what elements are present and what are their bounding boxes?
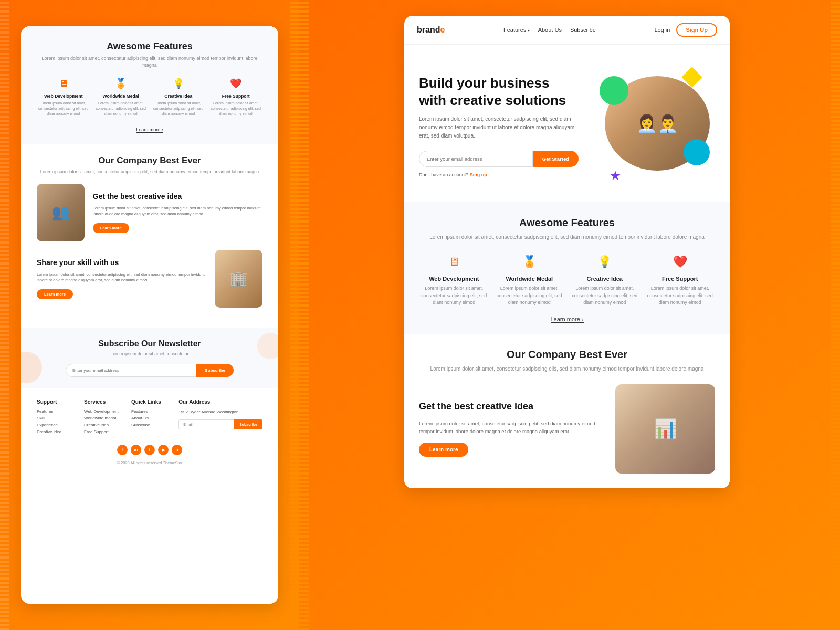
rc-idea-desc: Lorem ipsum dolor sit amet, consectetur … — [570, 285, 640, 307]
web-dev-icon: 🖥 — [55, 77, 72, 90]
footer-email-row: Subscribe — [178, 419, 262, 429]
youtube-icon[interactable]: ▶ — [158, 445, 169, 455]
nav-subscribe[interactable]: Subscribe — [570, 27, 596, 33]
footer-link-experience[interactable]: Experience — [37, 423, 79, 427]
hero-desc: Lorem ipsum dolor sit amet, consectetur … — [419, 115, 579, 140]
hero-email-input[interactable] — [419, 151, 533, 167]
footer-link-skill[interactable]: Skill — [37, 416, 79, 421]
left-card: Awesome Features Lorem ipsum dolor sit a… — [21, 26, 278, 604]
nav-features[interactable]: Features — [503, 27, 530, 33]
right-block1-text: Get the best creative idea Lorem ipsum d… — [419, 401, 605, 457]
login-button[interactable]: Log in — [654, 27, 670, 33]
feature-desc-medal: Lorem ipsum dolor sit amet, consectetur … — [94, 101, 148, 116]
rc-support-icon: ❤️ — [669, 253, 690, 271]
left-subscribe-title: Subscribe Our Newsletter — [37, 339, 262, 349]
footer-ql-about[interactable]: About Us — [131, 416, 173, 421]
left-block2-desc: Lorem ipsum dolor sit amet, consectetur … — [37, 271, 206, 284]
brand-logo: brande — [417, 25, 445, 35]
hero-title: Build your business with creative soluti… — [419, 75, 579, 109]
right-feature-grid: 🖥 Web Development Lorem ipsum dolor sit … — [419, 253, 715, 307]
feature-name-support: Free Support — [209, 93, 263, 99]
rc-webdev-name: Web Development — [419, 276, 489, 282]
footer-ql-features[interactable]: Features — [131, 409, 173, 414]
hero-section: Build your business with creative soluti… — [404, 45, 730, 202]
right-features-section: Awesome Features Lorem ipsum dolor sit a… — [404, 202, 730, 334]
footer-address-text: 1992 Ryder Avenue Washington — [178, 409, 262, 415]
left-right-stripes — [290, 0, 299, 630]
left-block2-title: Share your skill with us — [37, 258, 206, 267]
left-block1-desc: Lorem ipsum dolor sit amet, consectetur … — [93, 205, 262, 217]
left-footer: Support Features Skill Experience Creati… — [21, 388, 278, 472]
footer-subscribe-btn[interactable]: Subscribe — [234, 419, 262, 429]
footer-col-services: Services Web Development Worldwide medal… — [84, 399, 126, 436]
rc-feature-idea: 💡 Creative Idea Lorem ipsum dolor sit am… — [570, 253, 640, 307]
left-feature-grid: 🖥 Web Development Lorem ipsum dolor sit … — [37, 77, 262, 116]
left-company-section: Our Company Best Ever Lorem ipsum dolor … — [21, 144, 278, 328]
footer-support-heading: Support — [37, 399, 79, 405]
medal-icon: 🏅 — [112, 77, 129, 90]
footer-email-input[interactable] — [178, 419, 234, 429]
left-subscribe-form: Subscribe — [66, 364, 234, 377]
right-right-stripes — [831, 0, 840, 630]
left-subscribe-section: Subscribe Our Newsletter Lorem ipsum dol… — [21, 328, 278, 388]
right-features-subtitle: Lorem ipsum dolor sit amet, consectetur … — [419, 233, 715, 241]
hero-form: Get Started — [419, 151, 579, 167]
rc-feature-medal: 🏅 Worldwide Medal Lorem ipsum dolor sit … — [495, 253, 565, 307]
left-company-title: Our Company Best Ever — [37, 155, 262, 166]
footer-link-webdev[interactable]: Web Development — [84, 409, 126, 414]
blob-decoration-left — [21, 352, 42, 383]
facebook-icon[interactable]: f — [117, 445, 128, 455]
footer-ql-subscribe[interactable]: Subscribe — [131, 423, 173, 427]
left-subscribe-btn[interactable]: Subscribe — [196, 364, 234, 377]
right-learn-more-link[interactable]: Learn more — [551, 316, 584, 323]
hero-get-started-btn[interactable]: Get Started — [533, 151, 579, 167]
footer-link-support[interactable]: Free Support — [84, 429, 126, 434]
left-block1-title: Get the best creative idea — [93, 192, 262, 201]
feature-item-support: ❤️ Free Support Lorem ipsum dolor sit am… — [209, 77, 263, 116]
footer-link-medal[interactable]: Worldwide medal — [84, 416, 126, 421]
purple-star-shape — [610, 171, 621, 181]
left-subscribe-subtitle: Lorem ipsum dolor sit amet consectetur — [37, 351, 262, 356]
left-block2-btn[interactable]: Learn more — [37, 289, 73, 299]
footer-col-quicklinks: Quick Links Features About Us Subscribe — [131, 399, 173, 436]
footer-col-address: Our Address 1992 Ryder Avenue Washington… — [178, 399, 262, 436]
right-block1-btn[interactable]: Learn more — [419, 443, 468, 457]
rc-webdev-icon: 🖥 — [444, 253, 465, 271]
left-email-input[interactable] — [66, 364, 196, 377]
feature-desc-support: Lorem ipsum dolor sit amet, consectetur … — [209, 101, 263, 116]
footer-quicklinks-heading: Quick Links — [131, 399, 173, 405]
footer-address-heading: Our Address — [178, 399, 262, 405]
green-blob-shape — [600, 76, 628, 105]
left-content-block-1: Get the best creative idea Lorem ipsum d… — [37, 184, 262, 242]
hero-signup-prompt: Don't have an account? Sing up — [419, 172, 579, 177]
signup-button[interactable]: Sign Up — [676, 23, 717, 37]
pinterest-icon[interactable]: p — [172, 445, 182, 455]
footer-link-creative-idea[interactable]: Creative idea — [84, 423, 126, 427]
hero-signup-link[interactable]: Sing up — [470, 172, 487, 177]
navbar-actions: Log in Sign Up — [654, 23, 717, 37]
office-image — [215, 250, 262, 308]
footer-columns: Support Features Skill Experience Creati… — [37, 399, 262, 436]
left-features-subtitle: Lorem ipsum dolor sit amet, consectetur … — [37, 55, 262, 68]
left-block1-text: Get the best creative idea Lorem ipsum d… — [93, 192, 262, 234]
rc-webdev-desc: Lorem ipsum dolor sit amet, consectetur … — [419, 285, 489, 307]
left-content-block-2: Share your skill with us Lorem ipsum dol… — [37, 250, 262, 308]
right-features-title: Awesome Features — [419, 217, 715, 229]
feature-item-medal: 🏅 Worldwide Medal Lorem ipsum dolor sit … — [94, 77, 148, 116]
twitter-icon[interactable]: t — [144, 445, 155, 455]
right-block1-desc: Lorem ipsum dolor sit amet, consetetur s… — [419, 419, 605, 435]
left-block1-btn[interactable]: Learn more — [93, 223, 129, 233]
footer-link-creative[interactable]: Creative idea — [37, 429, 79, 434]
team-meeting-image — [37, 184, 85, 242]
social-icons-row: f in t ▶ p — [37, 445, 262, 455]
rc-support-name: Free Support — [645, 276, 716, 282]
left-panel: Awesome Features Lorem ipsum dolor sit a… — [0, 0, 299, 630]
nav-about[interactable]: About Us — [538, 27, 562, 33]
idea-icon: 💡 — [170, 77, 187, 90]
left-learn-more-link[interactable]: Learn more — [136, 127, 163, 133]
rc-support-desc: Lorem ipsum dolor sit amet, consectetur … — [645, 285, 716, 307]
instagram-icon[interactable]: in — [131, 445, 141, 455]
support-icon: ❤️ — [227, 77, 244, 90]
footer-link-features[interactable]: Features — [37, 409, 79, 414]
left-features-title: Awesome Features — [37, 41, 262, 52]
